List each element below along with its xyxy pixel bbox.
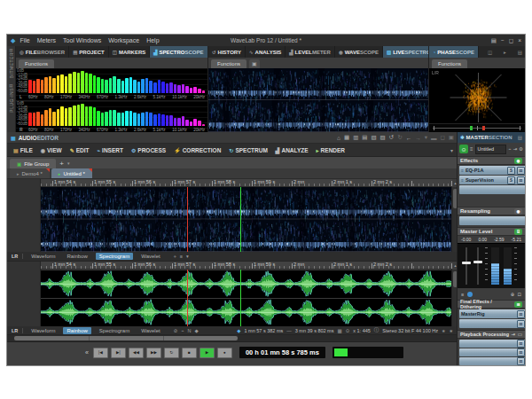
master-fader-right[interactable] xyxy=(473,247,482,285)
bypass-button[interactable]: ⊡ xyxy=(517,320,525,328)
resampling-section-header[interactable]: Resampling ◉ xyxy=(458,207,525,215)
tab-markers[interactable]: ◫MARKERS xyxy=(109,46,151,58)
info-icon[interactable]: ⓘ xyxy=(374,327,379,333)
final-effects-section-header[interactable]: Final Effects / Dithering ⊞ xyxy=(458,300,525,309)
file-group-dropdown-icon[interactable]: ▾ xyxy=(67,159,70,168)
window-icon[interactable]: ▤ xyxy=(362,134,367,141)
bypass-button[interactable]: ⊡ xyxy=(517,357,525,365)
effects-section-header[interactable]: Effects ◉ xyxy=(458,156,525,165)
file-tab-untitled[interactable]: ▸Untitled * xyxy=(51,168,92,178)
overview-spectrogram-view[interactable] xyxy=(41,187,452,252)
scope-next-icon[interactable]: ▸ xyxy=(501,50,509,55)
menu-meters[interactable]: Meters xyxy=(37,37,56,43)
nudge-icon[interactable]: N xyxy=(188,328,192,333)
panel-menu-icon[interactable]: ▣ xyxy=(449,134,454,141)
solo-button[interactable]: S xyxy=(507,167,515,175)
panel-bottom-icon[interactable]: ▬ xyxy=(431,135,437,141)
view-tab-waveform[interactable]: Waveform xyxy=(27,253,59,260)
view-tab-rainbow[interactable]: Rainbow xyxy=(63,253,90,260)
dithering-badge-icon[interactable]: ⊞ xyxy=(514,301,522,308)
horizontal-scroll-thumb[interactable] xyxy=(14,336,238,340)
favorite-star-icon[interactable]: ★ xyxy=(450,328,453,333)
zoom-ratio[interactable]: x 1: 445 xyxy=(353,328,371,333)
bypass-button[interactable]: ⊡ xyxy=(517,310,525,318)
ribbon-tab-correction[interactable]: ⚡CORRECTION xyxy=(174,147,221,153)
file-tab-demo4[interactable]: ▸Demo4 * xyxy=(10,168,50,178)
ribbon-tab-process[interactable]: ⚙PROCESS xyxy=(131,147,166,153)
effect-slot-eq-p1a[interactable]: ≡ EQ-P1A S ⊡ xyxy=(459,166,526,175)
horizontal-scrollbar[interactable] xyxy=(7,335,458,342)
view-tab-rainbow[interactable]: Rainbow xyxy=(63,327,90,334)
solo-button[interactable]: S xyxy=(507,176,515,184)
view-tab-spectrogram[interactable]: Spectrogram xyxy=(96,327,133,334)
view-tab-spectrogram[interactable]: Spectrogram xyxy=(96,253,133,260)
grid-icon[interactable]: ▦ xyxy=(337,328,341,333)
stop-button[interactable]: ■ xyxy=(182,348,197,358)
scope-list-icon[interactable]: ◫ xyxy=(485,50,495,55)
snap-off-icon[interactable]: ⊘ xyxy=(174,328,178,333)
link-faders-icon[interactable]: ⊕ xyxy=(511,292,515,297)
minimize-button[interactable]: − xyxy=(501,37,505,44)
tab-spectroscope[interactable]: ▟SPECTROSCOPE xyxy=(150,46,207,58)
monitor-icon[interactable]: ▭ xyxy=(518,332,522,337)
home-icon[interactable]: ⌂ xyxy=(337,135,340,141)
playback-slot-3[interactable]: ⊡ xyxy=(459,357,526,365)
menu-tool-windows[interactable]: Tool Windows xyxy=(63,37,101,43)
magnet-icon[interactable]: ⌁ xyxy=(181,328,184,333)
record-button[interactable]: ● xyxy=(217,348,232,358)
settings-gear-icon[interactable]: ⚙ xyxy=(519,146,523,152)
bypass-button[interactable]: ⊡ xyxy=(517,176,525,184)
master-level-section-header[interactable]: Master Level B xyxy=(458,227,525,236)
panel-float-icon[interactable]: ◻ xyxy=(440,134,444,141)
lock-icon[interactable]: ⊡ xyxy=(517,292,521,297)
menu-file[interactable]: File xyxy=(20,37,29,43)
view-tab-waveform[interactable]: Waveform xyxy=(27,327,59,334)
tab-project[interactable]: ▤PROJECT xyxy=(69,46,109,58)
lane-menu-icon[interactable]: ≡ xyxy=(180,254,183,260)
master-preset-field[interactable]: Untitled xyxy=(475,145,507,154)
tab-phasescope[interactable]: ◔PHASESCOPE xyxy=(429,46,479,58)
resampling-badge-icon[interactable]: ◉ xyxy=(514,208,522,215)
ribbon-tab-view[interactable]: ◉VIEW xyxy=(41,147,62,153)
effect-slot-supervision[interactable]: ≡ SuperVision S ⊡ xyxy=(459,176,526,184)
redo-icon[interactable]: ↻ xyxy=(397,134,402,141)
playback-section-header[interactable]: Playback Processing ⇥▭ xyxy=(458,330,525,339)
close-button[interactable]: × xyxy=(518,37,521,44)
mono-downmix-icon[interactable] xyxy=(467,292,473,297)
channel-config-icon[interactable]: ≡ xyxy=(461,292,464,297)
ribbon-tab-file[interactable]: ▤FILE xyxy=(13,147,33,153)
playback-slot-1[interactable]: ⊡ xyxy=(459,340,526,348)
resampling-slot-empty[interactable] xyxy=(459,216,526,225)
master-power-button[interactable]: ⊙ xyxy=(459,145,468,153)
final-slot-empty[interactable]: ⊡ xyxy=(459,319,526,328)
file-group-tab[interactable]: ▣ File Group xyxy=(10,159,56,168)
master-fader-icon[interactable]: ≡ xyxy=(470,146,473,152)
ribbon-tab-spectrum[interactable]: ↻SPECTRUM xyxy=(229,147,268,153)
master-panel-menu-icon[interactable]: ▤ xyxy=(518,135,522,140)
favorite-star-icon[interactable]: ★ xyxy=(442,328,445,333)
view-tab-wavelet[interactable]: Wavelet xyxy=(137,327,163,334)
preset-load-icon[interactable]: ⇥ xyxy=(512,146,517,152)
main-time-ruler[interactable]: 1 mn 54 s1 mn 55 s1 mn 56 s1 mn 57 s1 mn… xyxy=(41,262,492,270)
tab-filebrowser[interactable]: ◎FILEBROWSER xyxy=(16,46,69,58)
final-slot-masterrig[interactable]: MasterRig ⊡ xyxy=(459,309,526,318)
master-level-badge[interactable]: B xyxy=(514,229,522,235)
grid-layout-icon[interactable]: ▦ xyxy=(344,134,349,141)
overview-time-ruler[interactable]: 1 mn 54 s1 mn 55 s1 mn 56 s1 mn 57 s1 mn… xyxy=(41,179,492,187)
bypass-button[interactable]: ⊡ xyxy=(517,348,525,356)
zoom-icon[interactable]: ⊙ xyxy=(346,328,350,333)
ribbon-tab-analyze[interactable]: ▟ANALYZE xyxy=(276,147,309,153)
rewind-button[interactable]: ◀◀ xyxy=(129,348,144,358)
functions-button[interactable]: Functions xyxy=(19,59,54,68)
duplicate-window-icon[interactable]: ▥ xyxy=(353,134,358,141)
effects-monitor-badge-icon[interactable]: ◉ xyxy=(514,158,522,164)
copy-icon[interactable]: ▧ xyxy=(371,134,376,141)
layout-icon[interactable]: ▤ xyxy=(491,37,497,44)
dock-tab-plugins[interactable]: ▤PLUG-INS xyxy=(9,83,14,113)
tab-history[interactable]: ↺HISTORY xyxy=(208,46,246,58)
undo-icon[interactable]: ↺ xyxy=(389,134,394,141)
tab-levelmeter[interactable]: ▟LEVELMETER xyxy=(286,46,335,58)
ribbon-tab-render[interactable]: ▸RENDER xyxy=(317,147,345,153)
menu-help[interactable]: Help xyxy=(146,37,159,43)
tab-wavescope[interactable]: ◉WAVESCOPE xyxy=(335,46,383,58)
